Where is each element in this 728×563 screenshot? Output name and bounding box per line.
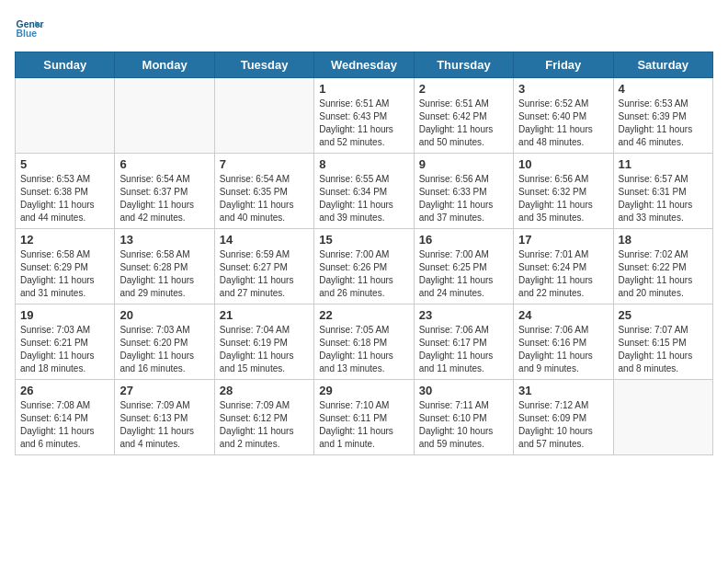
day-number: 28: [220, 384, 309, 397]
day-number: 24: [518, 308, 608, 322]
calendar-week-row: 26Sunrise: 7:08 AM Sunset: 6:14 PM Dayli…: [16, 380, 713, 455]
svg-text:Blue: Blue: [17, 29, 38, 39]
calendar-cell: 10Sunrise: 6:56 AM Sunset: 6:32 PM Dayli…: [514, 154, 613, 229]
calendar-cell: 2Sunrise: 6:51 AM Sunset: 6:42 PM Daylig…: [414, 78, 513, 154]
calendar-cell: 14Sunrise: 6:59 AM Sunset: 6:27 PM Dayli…: [214, 229, 313, 304]
calendar-cell: 15Sunrise: 7:00 AM Sunset: 6:26 PM Dayli…: [314, 229, 414, 304]
day-info: Sunrise: 7:03 AM Sunset: 6:20 PM Dayligh…: [119, 324, 209, 375]
day-header: Monday: [115, 52, 214, 78]
header: General Blue: [15, 15, 713, 44]
day-number: 25: [619, 308, 708, 322]
day-info: Sunrise: 6:58 AM Sunset: 6:29 PM Dayligh…: [20, 248, 109, 300]
day-info: Sunrise: 7:08 AM Sunset: 6:14 PM Dayligh…: [20, 399, 109, 451]
day-info: Sunrise: 6:59 AM Sunset: 6:27 PM Dayligh…: [220, 248, 309, 300]
day-info: Sunrise: 7:09 AM Sunset: 6:13 PM Dayligh…: [119, 399, 209, 451]
day-info: Sunrise: 6:54 AM Sunset: 6:37 PM Dayligh…: [119, 173, 209, 224]
calendar-cell: 8Sunrise: 6:55 AM Sunset: 6:34 PM Daylig…: [314, 154, 414, 229]
day-number: 23: [419, 308, 508, 322]
day-number: 5: [20, 157, 109, 171]
day-number: 4: [619, 82, 708, 96]
day-number: 10: [518, 157, 608, 171]
day-info: Sunrise: 7:01 AM Sunset: 6:24 PM Dayligh…: [518, 248, 608, 300]
calendar-cell: 19Sunrise: 7:03 AM Sunset: 6:21 PM Dayli…: [16, 304, 115, 380]
day-number: 6: [119, 157, 209, 171]
day-header: Wednesday: [314, 52, 414, 78]
calendar: SundayMondayTuesdayWednesdayThursdayFrid…: [15, 52, 713, 455]
calendar-cell: [214, 78, 313, 154]
calendar-cell: [115, 78, 214, 154]
header-row: SundayMondayTuesdayWednesdayThursdayFrid…: [16, 52, 713, 78]
calendar-cell: 30Sunrise: 7:11 AM Sunset: 6:10 PM Dayli…: [414, 380, 513, 455]
day-info: Sunrise: 6:52 AM Sunset: 6:40 PM Dayligh…: [518, 98, 608, 149]
calendar-cell: 9Sunrise: 6:56 AM Sunset: 6:33 PM Daylig…: [414, 154, 513, 229]
day-header: Thursday: [414, 52, 513, 78]
day-number: 19: [20, 308, 109, 322]
calendar-cell: 7Sunrise: 6:54 AM Sunset: 6:35 PM Daylig…: [214, 154, 313, 229]
day-number: 27: [119, 384, 209, 397]
day-number: 16: [419, 233, 508, 247]
calendar-cell: 17Sunrise: 7:01 AM Sunset: 6:24 PM Dayli…: [514, 229, 613, 304]
calendar-week-row: 1Sunrise: 6:51 AM Sunset: 6:43 PM Daylig…: [16, 78, 713, 154]
calendar-cell: [613, 380, 712, 455]
day-info: Sunrise: 6:51 AM Sunset: 6:42 PM Dayligh…: [419, 98, 508, 149]
day-header: Friday: [514, 52, 613, 78]
calendar-week-row: 12Sunrise: 6:58 AM Sunset: 6:29 PM Dayli…: [16, 229, 713, 304]
day-number: 9: [419, 157, 508, 171]
day-number: 31: [518, 384, 608, 397]
day-header: Saturday: [613, 52, 712, 78]
calendar-cell: 21Sunrise: 7:04 AM Sunset: 6:19 PM Dayli…: [214, 304, 313, 380]
day-info: Sunrise: 6:56 AM Sunset: 6:32 PM Dayligh…: [518, 173, 608, 224]
logo: General Blue: [15, 15, 44, 44]
day-number: 1: [319, 82, 408, 96]
calendar-cell: 25Sunrise: 7:07 AM Sunset: 6:15 PM Dayli…: [613, 304, 712, 380]
day-number: 7: [220, 157, 309, 171]
day-info: Sunrise: 7:09 AM Sunset: 6:12 PM Dayligh…: [220, 399, 309, 451]
calendar-cell: 22Sunrise: 7:05 AM Sunset: 6:18 PM Dayli…: [314, 304, 414, 380]
calendar-cell: 4Sunrise: 6:53 AM Sunset: 6:39 PM Daylig…: [613, 78, 712, 154]
day-info: Sunrise: 7:04 AM Sunset: 6:19 PM Dayligh…: [220, 324, 309, 375]
calendar-cell: 24Sunrise: 7:06 AM Sunset: 6:16 PM Dayli…: [514, 304, 613, 380]
calendar-cell: 28Sunrise: 7:09 AM Sunset: 6:12 PM Dayli…: [214, 380, 313, 455]
day-number: 3: [518, 82, 608, 96]
day-info: Sunrise: 6:53 AM Sunset: 6:38 PM Dayligh…: [20, 173, 109, 224]
day-info: Sunrise: 7:11 AM Sunset: 6:10 PM Dayligh…: [419, 399, 508, 451]
calendar-cell: 29Sunrise: 7:10 AM Sunset: 6:11 PM Dayli…: [314, 380, 414, 455]
day-info: Sunrise: 7:07 AM Sunset: 6:15 PM Dayligh…: [619, 324, 708, 375]
day-info: Sunrise: 7:03 AM Sunset: 6:21 PM Dayligh…: [20, 324, 109, 375]
day-info: Sunrise: 6:53 AM Sunset: 6:39 PM Dayligh…: [619, 98, 708, 149]
day-info: Sunrise: 7:10 AM Sunset: 6:11 PM Dayligh…: [319, 399, 408, 451]
logo-icon: General Blue: [15, 15, 44, 44]
day-number: 20: [119, 308, 209, 322]
day-number: 2: [419, 82, 508, 96]
calendar-week-row: 19Sunrise: 7:03 AM Sunset: 6:21 PM Dayli…: [16, 304, 713, 380]
day-number: 8: [319, 157, 408, 171]
day-info: Sunrise: 7:00 AM Sunset: 6:26 PM Dayligh…: [319, 248, 408, 300]
day-info: Sunrise: 7:05 AM Sunset: 6:18 PM Dayligh…: [319, 324, 408, 375]
day-header: Sunday: [16, 52, 115, 78]
calendar-cell: 1Sunrise: 6:51 AM Sunset: 6:43 PM Daylig…: [314, 78, 414, 154]
calendar-cell: 3Sunrise: 6:52 AM Sunset: 6:40 PM Daylig…: [514, 78, 613, 154]
calendar-cell: 23Sunrise: 7:06 AM Sunset: 6:17 PM Dayli…: [414, 304, 513, 380]
day-info: Sunrise: 6:57 AM Sunset: 6:31 PM Dayligh…: [619, 173, 708, 224]
day-number: 15: [319, 233, 408, 247]
day-header: Tuesday: [214, 52, 313, 78]
calendar-cell: 13Sunrise: 6:58 AM Sunset: 6:28 PM Dayli…: [115, 229, 214, 304]
day-number: 13: [119, 233, 209, 247]
day-info: Sunrise: 6:58 AM Sunset: 6:28 PM Dayligh…: [119, 248, 209, 300]
calendar-cell: [16, 78, 115, 154]
day-number: 14: [220, 233, 309, 247]
day-info: Sunrise: 7:12 AM Sunset: 6:09 PM Dayligh…: [518, 399, 608, 451]
calendar-cell: 31Sunrise: 7:12 AM Sunset: 6:09 PM Dayli…: [514, 380, 613, 455]
day-number: 22: [319, 308, 408, 322]
day-info: Sunrise: 7:02 AM Sunset: 6:22 PM Dayligh…: [619, 248, 708, 300]
day-info: Sunrise: 7:06 AM Sunset: 6:17 PM Dayligh…: [419, 324, 508, 375]
calendar-cell: 6Sunrise: 6:54 AM Sunset: 6:37 PM Daylig…: [115, 154, 214, 229]
calendar-cell: 18Sunrise: 7:02 AM Sunset: 6:22 PM Dayli…: [613, 229, 712, 304]
day-number: 26: [20, 384, 109, 397]
day-info: Sunrise: 6:54 AM Sunset: 6:35 PM Dayligh…: [220, 173, 309, 224]
calendar-week-row: 5Sunrise: 6:53 AM Sunset: 6:38 PM Daylig…: [16, 154, 713, 229]
day-number: 11: [619, 157, 708, 171]
calendar-cell: 20Sunrise: 7:03 AM Sunset: 6:20 PM Dayli…: [115, 304, 214, 380]
calendar-cell: 27Sunrise: 7:09 AM Sunset: 6:13 PM Dayli…: [115, 380, 214, 455]
calendar-cell: 11Sunrise: 6:57 AM Sunset: 6:31 PM Dayli…: [613, 154, 712, 229]
